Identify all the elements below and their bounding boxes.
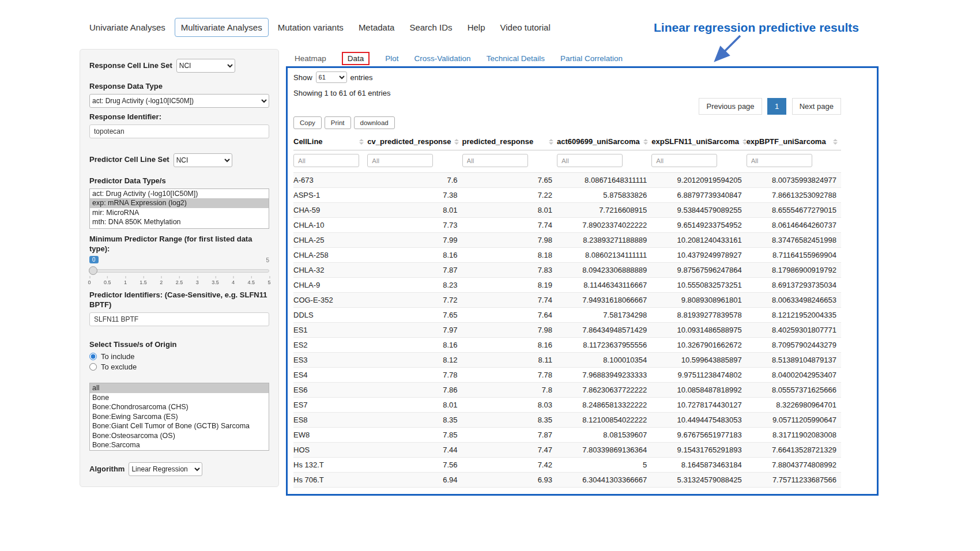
numeric-value: 8.09423306888889	[557, 263, 651, 278]
nav-tab-univariate-analyses[interactable]: Univariate Analyses	[84, 18, 171, 36]
cellline-value: DDLS	[293, 308, 367, 323]
numeric-value: 8.11723637955556	[557, 338, 651, 353]
filter-input-expslfn11-unisarcoma[interactable]	[651, 154, 717, 167]
algorithm-label: Algorithm	[89, 465, 125, 474]
column-header-cellline[interactable]: CellLine	[293, 134, 367, 150]
nav-tab-multivariate-analyses[interactable]: Multivariate Analyses	[175, 18, 269, 37]
listbox-option-act-drug-activity-log10-ic50m[interactable]: act: Drug Activity (-log10[IC50M])	[90, 189, 269, 199]
numeric-value: 7.97	[367, 323, 462, 338]
nav-tab-search-ids[interactable]: Search IDs	[404, 18, 458, 36]
sort-icon[interactable]	[549, 139, 553, 145]
slider-tick-label: 1	[124, 280, 127, 285]
tissue-radio-input-to-include[interactable]	[89, 353, 97, 360]
tab-plot[interactable]: Plot	[385, 54, 398, 63]
slider-tick-label: 0	[88, 280, 91, 285]
tab-partial-correlation[interactable]: Partial Correlation	[560, 54, 623, 63]
slider-track[interactable]	[89, 269, 269, 273]
numeric-value: 7.87	[462, 428, 557, 443]
previous-page-button[interactable]: Previous page	[699, 98, 762, 115]
nav-tab-video-tutorial[interactable]: Video tutorial	[494, 18, 556, 36]
column-header-act609699-unisarcoma[interactable]: act609699_uniSarcoma	[557, 134, 651, 150]
response-identifier-input[interactable]	[89, 124, 269, 138]
data-table: CellLinecv_predicted_responsepredicted_r…	[293, 134, 841, 488]
listbox-option-bone-osteosarcoma-os[interactable]: Bone:Osteosarcoma (OS)	[90, 431, 269, 441]
listbox-option-all[interactable]: all	[90, 383, 269, 393]
cellline-value: Hs 706.T	[293, 473, 367, 488]
cellline-value: ASPS-1	[293, 188, 367, 203]
nav-tab-mutation-variants[interactable]: Mutation variants	[272, 18, 349, 36]
numeric-value: 7.80339869136364	[557, 443, 651, 458]
listbox-option-exp-mrna-expression-log2[interactable]: exp: mRNA Expression (log2)	[90, 198, 269, 208]
numeric-value: 7.87	[367, 263, 462, 278]
numeric-value: 7.581734298	[557, 308, 651, 323]
numeric-value: 8.08602134111111	[557, 248, 651, 263]
filter-input-cellline[interactable]	[293, 154, 359, 167]
listbox-option-peripheral-nervous-system[interactable]: Peripheral_Nervous_System	[90, 450, 269, 451]
tissue-radio-to-include[interactable]: To include	[89, 352, 269, 361]
cellline-value: A-673	[293, 173, 367, 188]
cellline-value: ES6	[293, 383, 367, 398]
download-button[interactable]: download	[354, 116, 395, 129]
predictor-data-types-listbox[interactable]: act: Drug Activity (-log10[IC50M])exp: m…	[89, 188, 269, 229]
response-cell-line-set-select[interactable]: NCI	[176, 59, 235, 73]
filter-input-expbptf-unisarcoma[interactable]	[747, 154, 812, 167]
predictor-data-types-label: Predictor Data Type/s	[89, 176, 269, 186]
filter-input-cv-predicted-response[interactable]	[367, 154, 433, 167]
response-data-type-select[interactable]: act: Drug Activity (-log10[IC50M])	[89, 94, 269, 108]
results-panel: Show 61 entries Showing 1 to 61 of 61 en…	[286, 66, 879, 496]
annotation-title: Linear regression predictive results	[576, 21, 859, 35]
column-header-cv-predicted-response[interactable]: cv_predicted_response	[367, 134, 462, 150]
filter-input-predicted-response[interactable]	[462, 154, 528, 167]
column-header-expbptf-unisarcoma[interactable]: expBPTF_uniSarcoma	[747, 134, 841, 150]
nav-tab-help[interactable]: Help	[462, 18, 491, 36]
tissue-listbox[interactable]: allBoneBone:Chondrosarcoma (CHS)Bone:Ewi…	[89, 383, 269, 451]
listbox-option-bone-giant-cell-tumor-of-bone-gctb-sarcoma[interactable]: Bone:Giant Cell Tumor of Bone (GCTB) Sar…	[90, 421, 269, 431]
listbox-option-bone-ewing-sarcoma-es[interactable]: Bone:Ewing Sarcoma (ES)	[90, 412, 269, 422]
page-number-button[interactable]: 1	[767, 98, 786, 115]
tab-heatmap[interactable]: Heatmap	[295, 54, 326, 63]
listbox-option-bone[interactable]: Bone	[90, 393, 269, 403]
filter-cell	[462, 150, 557, 173]
tissue-label: Select Tissue/s of Origin	[89, 340, 269, 350]
numeric-value: 8.24865813322222	[557, 398, 651, 413]
filter-cell	[651, 150, 746, 173]
tissue-radio-to-exclude[interactable]: To exclude	[89, 363, 269, 371]
numeric-value: 8.35	[367, 413, 462, 428]
listbox-option-mir-microrna[interactable]: mir: MicroRNA	[90, 208, 269, 218]
listbox-option-mth-dna-850k-methylation[interactable]: mth: DNA 850K Methylation	[90, 217, 269, 227]
slider-tick-label: 3.5	[212, 280, 219, 285]
column-header-expslfn11-unisarcoma[interactable]: expSLFN11_uniSarcoma	[651, 134, 746, 150]
filter-input-act609699-unisarcoma[interactable]	[557, 154, 623, 167]
tab-technical-details[interactable]: Technical Details	[487, 54, 545, 63]
slider-max-label: 5	[266, 257, 269, 263]
numeric-value: 7.22	[462, 188, 557, 203]
min-predictor-range-slider[interactable]: 0 5 00.511.522.533.544.55	[89, 256, 269, 287]
tab-cross-validation[interactable]: Cross-Validation	[414, 54, 471, 63]
listbox-option-bone-chondrosarcoma-chs[interactable]: Bone:Chondrosarcoma (CHS)	[90, 402, 269, 412]
sort-icon[interactable]	[643, 139, 648, 145]
print-button[interactable]: Print	[325, 116, 351, 129]
predictor-cell-line-set-select[interactable]: NCI	[174, 153, 232, 167]
table-row: ES17.977.987.8643494857142910.0931486588…	[293, 323, 841, 338]
column-header-predicted-response[interactable]: predicted_response	[462, 134, 557, 150]
sort-icon[interactable]	[454, 139, 459, 145]
sort-icon[interactable]	[833, 139, 838, 145]
tissue-radio-label: To include	[101, 352, 135, 361]
slider-tick-label: 2	[160, 280, 163, 285]
numeric-value: 9.97511238474802	[651, 368, 746, 383]
copy-button[interactable]: Copy	[293, 116, 322, 129]
slider-handle[interactable]	[89, 266, 97, 275]
numeric-value: 8.81939277839578	[651, 308, 746, 323]
slider-tick-label: 4	[232, 280, 235, 285]
listbox-option-bone-sarcoma[interactable]: Bone:Sarcoma	[90, 440, 269, 450]
predictor-identifiers-input[interactable]	[89, 312, 269, 326]
tab-data[interactable]: Data	[342, 52, 370, 65]
nav-tab-metadata[interactable]: Metadata	[353, 18, 401, 36]
next-page-button[interactable]: Next page	[792, 98, 841, 115]
numeric-value: 8.3226980964701	[747, 398, 841, 413]
numeric-value: 7.88043774808992	[747, 458, 841, 473]
show-entries-select[interactable]: 61	[316, 71, 347, 83]
tissue-radio-input-to-exclude[interactable]	[89, 363, 97, 371]
sort-icon[interactable]	[359, 139, 364, 145]
algorithm-select[interactable]: Linear Regression	[129, 462, 202, 476]
